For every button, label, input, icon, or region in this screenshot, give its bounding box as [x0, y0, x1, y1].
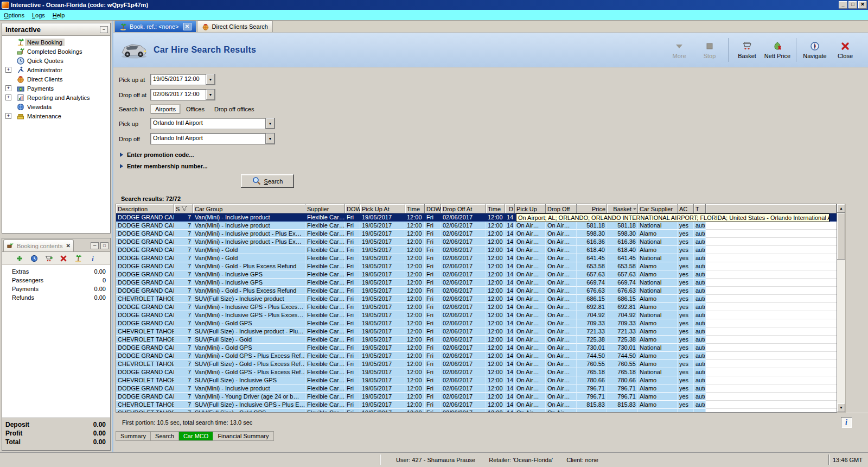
minimize-button[interactable]: _ — [839, 1, 847, 9]
column-header-basket[interactable]: Basket — [607, 204, 638, 213]
table-row[interactable]: DODGE GRAND CAR…7Van(Mini) - Inclusive p… — [116, 222, 837, 230]
column-header-filler[interactable] — [706, 204, 837, 213]
sidebar-item-direct-clients[interactable]: Direct Clients — [2, 74, 110, 84]
booking-contents-tab[interactable]: Booking contents ✕ — [3, 239, 74, 251]
navigate-button[interactable]: Navigate — [800, 39, 830, 61]
table-row[interactable]: DODGE GRAND CAR…7Van(Mini) - Inclusive G… — [116, 303, 837, 311]
column-header-description[interactable]: Description — [116, 204, 174, 213]
column-header-car-group[interactable]: Car Group — [193, 204, 305, 213]
restore-panel-icon[interactable]: □ — [100, 242, 108, 249]
column-header-supplier[interactable]: Supplier — [305, 204, 345, 213]
sidebar-item-maintenance[interactable]: +Maintenance — [2, 111, 110, 121]
table-row[interactable]: DODGE GRAND CAR…7Van(Mini) - Inclusive G… — [116, 270, 837, 279]
pickup-at-value[interactable]: 19/05/2017 12:00 — [150, 74, 206, 85]
sidebar-item-new-booking[interactable]: New Booking — [2, 37, 110, 47]
pickup-at-combo[interactable]: 19/05/2017 12:00 ▼ — [150, 74, 215, 85]
pickup-combo[interactable]: Orlando Intl Airport ▼ — [150, 118, 275, 129]
info-icon[interactable]: i — [88, 254, 97, 262]
scroll-up-icon[interactable]: ▲ — [837, 204, 845, 213]
expand-icon[interactable]: + — [5, 67, 11, 73]
column-header-pick-up[interactable]: Pick Up — [515, 204, 546, 213]
close-button[interactable]: Close — [830, 39, 860, 61]
view-tab-financial-summary[interactable]: Financial Summary — [213, 431, 273, 441]
column-header-price[interactable]: Price — [577, 204, 607, 213]
table-row[interactable]: DODGE GRAND CAR…7Van(Mini) - Gold - Plus… — [116, 262, 837, 270]
scroll-down-icon[interactable]: ▼ — [837, 403, 845, 412]
table-row[interactable]: DODGE GRAND CAR…7Van(Mini) - GoldFlexibl… — [116, 254, 837, 262]
table-row[interactable]: DODGE GRAND CAR…7Van(Mini) - Gold GPS - … — [116, 352, 837, 360]
chevron-down-icon[interactable]: ▼ — [206, 74, 215, 85]
sidebar-item-payments[interactable]: +Payments — [2, 84, 110, 93]
info-icon[interactable]: i — [841, 417, 852, 428]
expand-icon[interactable]: + — [5, 113, 11, 119]
expand-icon[interactable]: + — [5, 94, 11, 100]
chevron-down-icon[interactable]: ▼ — [266, 133, 275, 144]
cart-go-icon[interactable] — [44, 254, 53, 262]
table-row[interactable]: CHEVROLET TAHOE …7SUV(Full Size) - Gold … — [116, 409, 837, 412]
vertical-scrollbar[interactable]: ▲ ▼ — [837, 204, 846, 413]
table-row[interactable]: DODGE GRAND CAR…7Van(Mini) - Inclusive p… — [116, 230, 837, 238]
tab-direct-clients-search[interactable]: Direct Clients Search — [197, 21, 273, 32]
dropoff-combo[interactable]: Orlando Intl Airport ▼ — [150, 133, 275, 144]
column-header-drop-off-at[interactable]: Drop Off At — [441, 204, 486, 213]
add-icon[interactable] — [15, 254, 24, 262]
view-tab-summary[interactable]: Summary — [116, 431, 150, 441]
close-tab-icon[interactable]: ✕ — [183, 23, 192, 30]
column-header-dow[interactable]: DOW — [345, 204, 360, 213]
view-tab-car-mco[interactable]: Car MCO — [178, 431, 213, 441]
table-row[interactable]: DODGE GRAND CAR…7Van(Mini) - GoldFlexibl… — [116, 246, 837, 254]
chevron-down-icon[interactable]: ▼ — [266, 118, 275, 129]
scrollbar-thumb[interactable] — [837, 213, 845, 260]
funnel-icon[interactable] — [181, 205, 187, 212]
membership-number-expander[interactable]: Enter membership number... — [120, 163, 868, 169]
menu-item-logs[interactable]: Logs — [28, 11, 49, 20]
pickup-value[interactable]: Orlando Intl Airport — [150, 118, 266, 129]
basket-button[interactable]: Basket — [732, 39, 762, 61]
column-header-time[interactable]: Time — [405, 204, 425, 213]
column-header-t[interactable]: T — [694, 204, 706, 213]
sidebar-item-reporting-and-analytics[interactable]: +Reporting and Analytics — [2, 93, 110, 102]
view-tab-search[interactable]: Search — [150, 431, 178, 441]
column-header-ac[interactable]: AC — [678, 204, 694, 213]
search-in-option-offices[interactable]: Offices — [182, 105, 209, 113]
promotion-code-expander[interactable]: Enter promotion code... — [120, 152, 868, 158]
dropoff-at-value[interactable]: 02/06/2017 12:00 — [150, 89, 206, 100]
column-header-d[interactable]: D — [505, 204, 515, 213]
delete-icon[interactable] — [59, 254, 68, 262]
sidebar-item-administrator[interactable]: +Administrator — [2, 65, 110, 74]
menu-item-help[interactable]: Help — [49, 11, 69, 20]
table-row[interactable]: CHEVROLET TAHOE …7SUV(Full Size) - Inclu… — [116, 376, 837, 384]
sidebar-item-quick-quotes[interactable]: Quick Quotes — [2, 56, 110, 65]
table-row[interactable]: DODGE GRAND CAR…7Van(Mini) - Young Drive… — [116, 393, 837, 401]
search-in-option-airports[interactable]: Airports — [150, 104, 181, 114]
table-row[interactable]: CHEVROLET TAHOE …7SUV(Full Size) - Gold … — [116, 360, 837, 368]
table-row[interactable]: DODGE GRAND CAR…7Van(Mini) - Inclusive p… — [116, 384, 837, 393]
table-row[interactable]: CHEVROLET TAHOE …7SUV(Full Size) - Inclu… — [116, 401, 837, 409]
table-row[interactable]: DODGE GRAND CAR…7Van(Mini) - Inclusive G… — [116, 279, 837, 287]
table-row[interactable]: CHEVROLET TAHOE …7SUV(Full Size) - Inclu… — [116, 327, 837, 336]
dropoff-value[interactable]: Orlando Intl Airport — [150, 133, 266, 144]
table-row[interactable]: CHEVROLET TAHOE …7SUV(Full Size) - GoldF… — [116, 336, 837, 344]
table-row[interactable]: DODGE GRAND CAR…7Van(Mini) - Gold GPSFle… — [116, 344, 837, 352]
palm-icon[interactable] — [74, 254, 82, 262]
table-row[interactable]: DODGE GRAND CAR…7Van(Mini) - Gold GPSFle… — [116, 319, 837, 327]
world-clock-icon[interactable] — [30, 254, 39, 262]
close-icon[interactable]: ✕ — [66, 243, 70, 249]
minimize-panel-icon[interactable]: ─ — [91, 242, 99, 249]
column-header-time[interactable]: Time — [486, 204, 505, 213]
expand-icon[interactable]: + — [5, 85, 11, 91]
sidebar-item-completed-bookings[interactable]: Completed Bookings — [2, 47, 110, 56]
maximize-button[interactable]: □ — [848, 1, 857, 9]
table-row[interactable]: DODGE GRAND CAR…7Van(Mini) - Gold GPS - … — [116, 368, 837, 376]
search-button[interactable]: Search — [241, 174, 294, 188]
column-header-dow[interactable]: DOW — [425, 204, 441, 213]
dropoff-at-combo[interactable]: 02/06/2017 12:00 ▼ — [150, 89, 215, 100]
column-header-s[interactable]: S — [174, 204, 193, 213]
close-window-button[interactable]: ✕ — [858, 1, 867, 9]
table-row[interactable]: CHEVROLET TAHOE …7SUV(Full Size) - Inclu… — [116, 295, 837, 303]
column-header-drop-off[interactable]: Drop Off — [546, 204, 577, 213]
nett-price-button[interactable]: Nett Price — [762, 39, 793, 61]
menu-item-options[interactable]: Options — [0, 11, 28, 20]
table-row[interactable]: DODGE GRAND CAR…7Van(Mini) - Inclusive G… — [116, 311, 837, 319]
sidebar-item-viewdata[interactable]: Viewdata — [2, 102, 110, 111]
